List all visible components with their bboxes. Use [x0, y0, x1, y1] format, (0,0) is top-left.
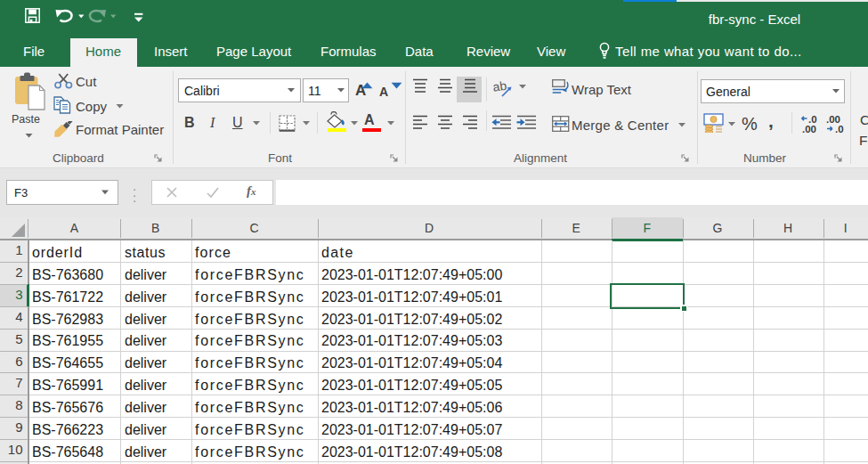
svg-text:.0: .0 [835, 124, 844, 134]
svg-text:.00: .00 [826, 114, 840, 125]
svg-text:.0: .0 [808, 114, 817, 125]
svg-text:.00: .00 [802, 124, 816, 134]
